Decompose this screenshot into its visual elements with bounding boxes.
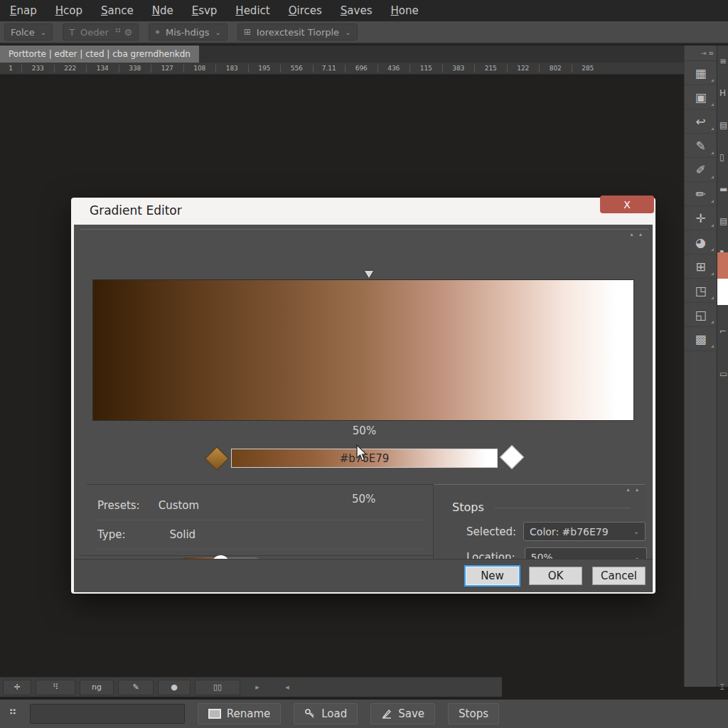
text-snippet-icon[interactable]: ng [80, 680, 114, 695]
ruler-tick: 233 [21, 65, 54, 73]
gradient-stop-bar[interactable]: #b76E79 [231, 449, 498, 468]
save-button-label: Save [398, 707, 424, 720]
close-icon: X [623, 199, 631, 210]
pen-icon [381, 708, 392, 719]
workspace-dropdown[interactable]: ⊞ Iorexctesit Tiorple ⌄ [237, 23, 358, 41]
swatch-icon [208, 709, 221, 719]
ruler-tick: 215 [474, 65, 507, 73]
divider [495, 508, 631, 508]
type-value[interactable]: Solid [170, 528, 196, 541]
cancel-button[interactable]: Cancel [592, 567, 646, 585]
dialog-title: Gradient Editor [90, 203, 182, 218]
grid-tool-icon[interactable]: ⊞ [685, 255, 717, 279]
mini-toolbar: ✛ ⠻ ng ✎ ● ▯▯ ▸ ◂ [0, 677, 502, 697]
dock-glyph: ▯ [717, 141, 728, 173]
rename-button-label: Rename [227, 707, 271, 720]
layers-tool-icon[interactable]: ▩ [685, 327, 717, 351]
preset-dropdown[interactable]: Folce ⌄ [4, 23, 53, 41]
ruler-tick: 696 [345, 65, 378, 73]
ruler-tick: 383 [442, 65, 475, 73]
copy-tool-icon[interactable]: ◱ [685, 303, 717, 327]
stops-header: Stops [452, 500, 484, 514]
ok-button[interactable]: OK [529, 567, 582, 585]
ruler-tick: 122 [507, 65, 540, 73]
selected-color-dropdown[interactable]: Color: #b76E79 ⌄ [523, 522, 646, 541]
grid-view-icon[interactable]: ⠛ [9, 707, 17, 721]
gradient-stop-left[interactable] [205, 446, 229, 471]
presets-value[interactable]: Custom [159, 499, 199, 512]
lasso-tool-icon[interactable]: ↩ [685, 109, 717, 134]
rename-button[interactable]: Rename [198, 703, 282, 724]
stops-button-label: Stops [459, 707, 488, 720]
ruler-tick: 556 [280, 65, 313, 73]
rectangle-tool-icon[interactable]: ▣ [685, 85, 717, 109]
ruler-tick: 127 [151, 65, 183, 73]
dock-glyph: ▬ [717, 173, 728, 205]
play-back-icon[interactable]: ◂ [274, 680, 300, 695]
pen-tool-icon[interactable]: ✐ [685, 158, 717, 182]
anchor-icon[interactable]: ✛ [3, 680, 31, 695]
stop-hex-label: #b76E79 [340, 452, 390, 465]
play-forward-icon[interactable]: ▸ [245, 680, 270, 695]
pen-icon[interactable]: ✎ [118, 680, 154, 695]
ruler-tick: 183 [215, 65, 248, 73]
menu-item-3[interactable]: Nde [152, 4, 173, 17]
scatter-icon[interactable]: ⠻ [36, 680, 75, 695]
workspace-icon: ⊞ [244, 27, 251, 37]
tool-palette: ⇥ ≡ ▦ ▣ ↩ ✎ ✐ ✏ ✛ ◕ ⊞ ◳ ◱ ▩ [684, 46, 717, 687]
dock-glyph: ▤ [717, 205, 728, 237]
ruler-tick: 195 [248, 65, 281, 73]
shape-tool-icon[interactable]: ◳ [685, 279, 717, 303]
marquee-tool-icon[interactable]: ▦ [685, 61, 717, 85]
panel-collapse-icon[interactable]: ▴ ▴ [626, 486, 641, 493]
palette-header[interactable]: ⇥ ≡ [685, 46, 717, 61]
gradient-midpoint-marker[interactable] [365, 271, 373, 278]
save-button[interactable]: Save [370, 703, 435, 724]
ruler-tick: 115 [410, 65, 442, 73]
mode-group[interactable]: T Oeder ⠛ ⚙ [63, 23, 139, 41]
stops-button[interactable]: Stops [448, 703, 499, 724]
gradient-name-input[interactable] [30, 704, 185, 724]
close-button[interactable]: X [600, 196, 654, 213]
type-row: Type: Solid [97, 520, 424, 550]
new-button[interactable]: New [466, 567, 519, 585]
document-tab[interactable]: Porttorte | edter | cted | cba grerndhen… [0, 46, 199, 63]
dot-icon[interactable]: ● [158, 680, 191, 695]
menu-item-4[interactable]: Esvp [192, 4, 218, 17]
menu-item-7[interactable]: Saves [341, 4, 373, 17]
dock-glyph: ▤ [717, 109, 728, 141]
dock-glyph: ⌶ [717, 671, 728, 703]
gradient-editor-dialog: Gradient Editor X ▴ ▴ 50% #b76E79 50% [71, 198, 655, 594]
selected-color-value: Color: #b76E79 [530, 526, 609, 537]
menu-item-8[interactable]: Hone [390, 4, 418, 17]
menu-item-5[interactable]: Hedict [235, 4, 269, 17]
move-tool-icon[interactable]: ✛ [685, 206, 717, 230]
load-button-label: Load [321, 707, 347, 720]
panel-collapse-icon[interactable]: ▴ ▴ [630, 231, 644, 237]
settings-dropdown[interactable]: ⌖ Mis-hdigs ⌄ [149, 23, 228, 41]
workspace-dropdown-label: Iorexctesit Tiorple [257, 27, 339, 38]
load-button[interactable]: Load [294, 703, 358, 724]
mode-label: Oeder [80, 27, 109, 38]
menu-item-6[interactable]: Oirces [289, 4, 322, 17]
menu-item-1[interactable]: Hcop [55, 4, 82, 17]
menu-item-2[interactable]: Sance [101, 4, 134, 17]
presets-label: Presets: [97, 499, 140, 512]
pages-icon[interactable]: ▯▯ [195, 680, 240, 695]
dock-glyph: ≡ [717, 46, 728, 77]
ruler-tick: 436 [378, 65, 410, 73]
background-color-swatch[interactable] [717, 279, 728, 305]
selected-label: Selected: [466, 525, 516, 538]
brush-tool-icon[interactable]: ✏ [685, 182, 717, 206]
menu-item-0[interactable]: Enap [10, 4, 37, 17]
dock-glyph: ▭ [717, 358, 728, 390]
preset-dropdown-label: Folce [11, 27, 35, 38]
clone-tool-icon[interactable]: ◕ [685, 230, 717, 255]
divider [87, 484, 433, 485]
chevron-down-icon: ⌄ [345, 28, 350, 36]
gradient-stop-right[interactable] [500, 445, 524, 469]
gradient-preview[interactable] [92, 279, 634, 421]
foreground-color-swatch[interactable] [717, 252, 728, 279]
gradient-panel: ▴ ▴ 50% #b76E79 50% Presets: Custom [80, 229, 648, 556]
pencil-tool-icon[interactable]: ✎ [685, 134, 717, 158]
